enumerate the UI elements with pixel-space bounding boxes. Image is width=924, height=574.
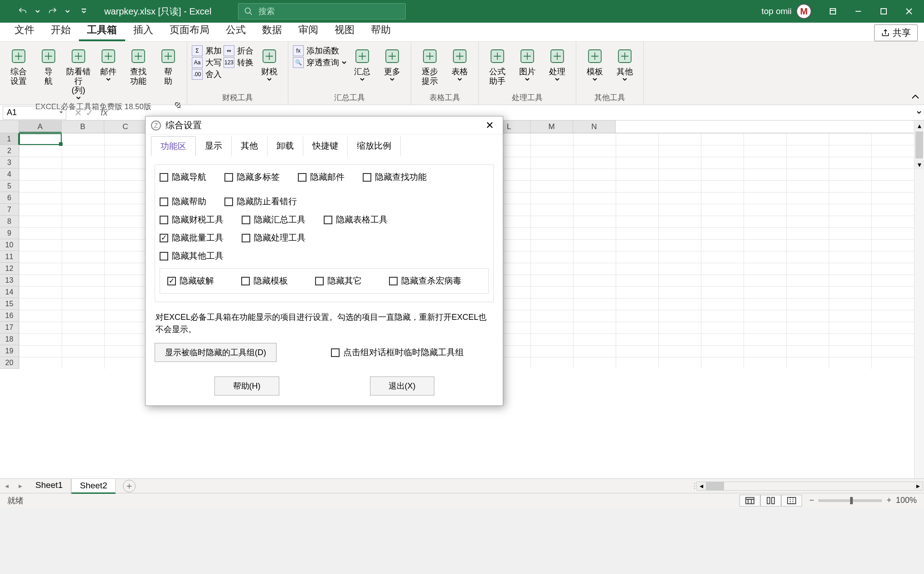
sheet-nav-prev[interactable]: ◂ — [0, 482, 14, 490]
avatar[interactable]: M — [796, 4, 812, 19]
col-header-M[interactable]: M — [530, 121, 573, 133]
row-header-7[interactable]: 7 — [0, 204, 19, 216]
row-header-18[interactable]: 18 — [0, 333, 19, 345]
name-box[interactable]: A1 — [3, 106, 66, 120]
dialog-tab-快捷键[interactable]: 快捷键 — [303, 136, 348, 156]
row-header-4[interactable]: 4 — [0, 169, 19, 180]
checkbox-隐藏查找功能[interactable]: 隐藏查找功能 — [363, 171, 427, 183]
view-normal-button[interactable] — [739, 495, 760, 506]
collapse-ribbon-button[interactable] — [911, 94, 919, 102]
vertical-scrollbar[interactable]: ▴ ▾ — [914, 121, 924, 478]
view-pagebreak-button[interactable] — [781, 495, 802, 506]
row-headers[interactable]: 1234567891011121314151617181920 — [0, 133, 19, 369]
ribbon-small-折合[interactable]: ⇔折合 — [224, 45, 253, 56]
ribbon-tax[interactable]: 财税 — [255, 44, 283, 82]
checkbox-隐藏其他工具[interactable]: 隐藏其他工具 — [160, 250, 224, 262]
row-header-17[interactable]: 17 — [0, 322, 19, 333]
row-header-5[interactable]: 5 — [0, 180, 19, 192]
ribbon-more[interactable]: 更多 — [378, 44, 406, 82]
undo-button[interactable] — [14, 3, 32, 19]
ribbon-find[interactable]: 查找功能 — [124, 44, 152, 86]
tab-审阅[interactable]: 审阅 — [290, 19, 326, 41]
row-header-6[interactable]: 6 — [0, 192, 19, 204]
undo-dropdown[interactable] — [34, 9, 42, 14]
ribbon-mail[interactable]: 邮件 — [94, 44, 122, 82]
ribbon-nav[interactable]: 导航 — [34, 44, 63, 86]
tab-公式[interactable]: 公式 — [218, 19, 254, 41]
qat-customize[interactable] — [80, 9, 88, 14]
ribbon-small-转换[interactable]: 123转换 — [224, 57, 253, 68]
scroll-down-icon[interactable]: ▾ — [914, 159, 924, 169]
row-header-20[interactable]: 20 — [0, 357, 19, 369]
checkbox-隐藏批量工具[interactable]: 隐藏批量工具 — [160, 232, 224, 244]
tab-帮助[interactable]: 帮助 — [363, 19, 399, 41]
tab-插入[interactable]: 插入 — [125, 19, 161, 41]
checkbox-隐藏财税工具[interactable]: 隐藏财税工具 — [160, 214, 224, 226]
row-header-1[interactable]: 1 — [0, 133, 19, 145]
show-hidden-groups-button[interactable]: 显示被临时隐藏的工具组(D) — [155, 343, 277, 362]
checkbox-隐藏表格工具[interactable]: 隐藏表格工具 — [324, 214, 388, 226]
row-header-8[interactable]: 8 — [0, 216, 19, 227]
ribbon-small-累加[interactable]: Σ累加 — [192, 45, 222, 56]
redo-dropdown[interactable] — [63, 9, 72, 14]
ribbon-summary[interactable]: 汇总 — [348, 44, 376, 82]
row-header-19[interactable]: 19 — [0, 345, 19, 357]
dialog-tab-卸载[interactable]: 卸载 — [267, 136, 303, 156]
scroll-left-icon[interactable]: ◂ — [697, 482, 706, 490]
dialog-tab-缩放比例[interactable]: 缩放比例 — [348, 136, 401, 156]
search-box[interactable]: 搜索 — [238, 3, 406, 19]
checkbox-隐藏帮助[interactable]: 隐藏帮助 — [160, 196, 206, 207]
dialog-close-button[interactable]: ✕ — [482, 118, 497, 133]
dialog-help-button[interactable]: 帮助(H) — [214, 376, 279, 396]
share-button[interactable]: 共享 — [874, 24, 918, 41]
tab-视图[interactable]: 视图 — [326, 19, 363, 41]
add-sheet-button[interactable]: ＋ — [123, 480, 136, 492]
select-all-corner[interactable] — [0, 121, 19, 133]
checkbox-隐藏其它[interactable]: 隐藏其它 — [315, 275, 362, 287]
dialog-titlebar[interactable]: Z 综合设置 ✕ — [146, 116, 503, 135]
zoom-in-button[interactable]: + — [886, 496, 891, 505]
ribbon-help[interactable]: 帮助 — [154, 44, 182, 86]
ribbon-template[interactable]: 模板 — [581, 44, 609, 82]
row-header-15[interactable]: 15 — [0, 298, 19, 310]
horizontal-scrollbar[interactable]: ◂ ▸ — [696, 482, 923, 491]
sheet-nav-next[interactable]: ▸ — [14, 482, 27, 490]
ribbon-pic[interactable]: 图片 — [513, 44, 541, 82]
ribbon-small-添加函数[interactable]: fx添加函数 — [293, 45, 346, 56]
zoom-out-button[interactable]: − — [809, 496, 814, 505]
ribbon-other[interactable]: 其他 — [611, 44, 639, 82]
ribbon-table[interactable]: 表格 — [446, 44, 474, 82]
dialog-launcher-icon[interactable] — [174, 101, 181, 109]
checkbox-隐藏多标签[interactable]: 隐藏多标签 — [224, 171, 280, 183]
tab-split-handle[interactable]: ⋮ — [691, 482, 695, 490]
ribbon-anti-error[interactable]: 防看错行(列) — [64, 44, 92, 101]
row-header-9[interactable]: 9 — [0, 227, 19, 239]
col-header-A[interactable]: A — [19, 121, 62, 133]
scroll-thumb[interactable] — [915, 131, 923, 159]
checkbox-隐藏模板[interactable]: 隐藏模板 — [241, 275, 288, 287]
dialog-tab-显示[interactable]: 显示 — [196, 136, 232, 156]
zoom-level[interactable]: 100% — [896, 496, 917, 505]
row-header-13[interactable]: 13 — [0, 275, 19, 286]
ribbon-fx-helper[interactable]: 公式助手 — [483, 44, 511, 86]
user-name[interactable]: top omii — [761, 6, 792, 16]
ribbon-zh-settings[interactable]: 综合设置 — [5, 44, 33, 86]
dialog-tab-其他[interactable]: 其他 — [232, 136, 267, 156]
tab-页面布局[interactable]: 页面布局 — [161, 19, 218, 41]
view-pagelayout-button[interactable] — [760, 495, 781, 506]
tab-文件[interactable]: 文件 — [6, 19, 43, 41]
zoom-slider[interactable] — [818, 499, 882, 502]
checkbox-隐藏防止看错行[interactable]: 隐藏防止看错行 — [224, 196, 297, 207]
ribbon-process[interactable]: 处理 — [543, 44, 571, 82]
ribbon-small-穿透查询[interactable]: 🔍穿透查询 — [293, 57, 346, 68]
minimize-button[interactable] — [846, 0, 871, 23]
row-header-11[interactable]: 11 — [0, 251, 19, 263]
tab-工具箱[interactable]: 工具箱 — [79, 19, 125, 41]
row-header-3[interactable]: 3 — [0, 157, 19, 169]
temp-hide-checkbox[interactable]: 点击组对话框时临时隐藏工具组 — [331, 347, 464, 358]
sheet-tab-Sheet1[interactable]: Sheet1 — [27, 478, 71, 494]
dialog-exit-button[interactable]: 退出(X) — [370, 376, 434, 396]
checkbox-隐藏邮件[interactable]: 隐藏邮件 — [298, 171, 345, 183]
col-header-N[interactable]: N — [573, 121, 616, 133]
row-header-14[interactable]: 14 — [0, 286, 19, 298]
